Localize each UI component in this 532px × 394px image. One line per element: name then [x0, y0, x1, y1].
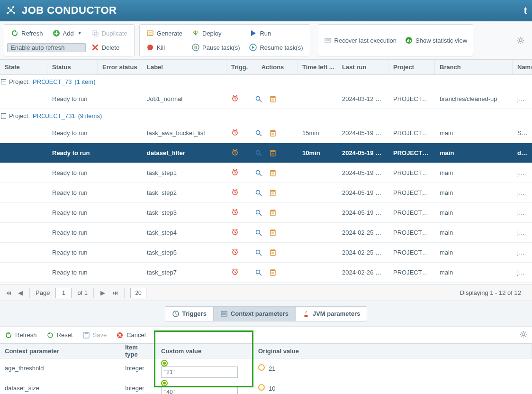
- ctx-settings-button[interactable]: [520, 330, 527, 339]
- toolbar-group-3: Recover last execution Show statistic vi…: [318, 24, 474, 56]
- deploy-button[interactable]: Deploy: [188, 28, 243, 38]
- cell-branch: branches/cleaned-up: [435, 95, 513, 102]
- custom-value-input[interactable]: [161, 367, 238, 378]
- table-row[interactable]: Ready to run task_step4 2024-02-25 15:..…: [0, 223, 532, 243]
- log-icon[interactable]: [269, 229, 277, 237]
- cell-project: PROJECT_731: [388, 149, 435, 156]
- tab-triggers[interactable]: Triggers: [165, 307, 214, 321]
- log-icon[interactable]: [269, 169, 277, 177]
- log-icon[interactable]: [269, 95, 277, 103]
- collapse-icon[interactable]: −: [1, 79, 6, 84]
- view-icon[interactable]: [255, 209, 262, 217]
- duplicate-button[interactable]: Duplicate: [88, 28, 131, 38]
- col-project[interactable]: Project: [388, 60, 435, 74]
- view-icon[interactable]: [255, 249, 262, 257]
- toolbar-settings-button[interactable]: [517, 24, 528, 56]
- view-icon[interactable]: [255, 269, 262, 276]
- table-row[interactable]: Ready to run task_step3 2024-05-19 20:..…: [0, 203, 532, 223]
- table-row[interactable]: Ready to run task_step7 2024-02-26 00:..…: [0, 263, 532, 283]
- cell-timeleft: 15min: [298, 129, 337, 137]
- java-icon: [302, 310, 310, 318]
- refresh-button[interactable]: Refresh: [7, 28, 47, 38]
- table-row[interactable]: Ready to run dataset_filter 10min 2024-0…: [0, 143, 532, 163]
- log-icon[interactable]: [269, 189, 277, 197]
- view-icon[interactable]: [255, 229, 262, 237]
- custom-value-input[interactable]: [161, 386, 238, 394]
- resume-button[interactable]: Resume task(s): [245, 43, 307, 52]
- view-icon[interactable]: [255, 149, 262, 157]
- cell-actions: [248, 189, 298, 197]
- log-icon[interactable]: [269, 129, 277, 137]
- col-branch[interactable]: Branch: [435, 60, 513, 74]
- custom-radio[interactable]: [161, 360, 168, 367]
- ctx-refresh-button[interactable]: Refresh: [5, 331, 37, 339]
- delete-button[interactable]: Delete: [88, 43, 131, 52]
- view-icon[interactable]: [255, 189, 262, 197]
- col-error[interactable]: Error status: [98, 60, 142, 74]
- svg-point-21: [256, 96, 260, 100]
- col-label[interactable]: Label: [142, 60, 226, 74]
- app-logo-icon: [5, 4, 17, 17]
- group-row[interactable]: − Project: PROJECT_731 (9 items): [0, 109, 532, 123]
- col-triggers[interactable]: Trigg...: [226, 60, 248, 74]
- auto-refresh-toggle[interactable]: Enable auto refresh: [7, 43, 86, 52]
- col-name[interactable]: Name: [513, 60, 532, 74]
- group-row[interactable]: − Project: PROJECT_73 (1 item): [0, 75, 532, 89]
- col-original-value[interactable]: Original value: [253, 344, 532, 358]
- original-radio[interactable]: [258, 384, 265, 391]
- page-last-button[interactable]: ⏭: [112, 289, 118, 296]
- cell-trigger: [226, 188, 248, 197]
- ctx-reset-button[interactable]: Reset: [46, 331, 73, 339]
- table-row[interactable]: Ready to run task_step1 2024-05-19 20:..…: [0, 163, 532, 183]
- log-icon[interactable]: [269, 209, 277, 217]
- page-size-input[interactable]: [130, 288, 146, 298]
- group-link[interactable]: PROJECT_731: [33, 112, 75, 119]
- context-column-header: Context parameter Item type Custom value…: [0, 343, 532, 358]
- ctx-cancel-button[interactable]: Cancel: [116, 331, 145, 339]
- col-state[interactable]: State: [0, 60, 47, 74]
- custom-radio[interactable]: [161, 380, 168, 386]
- kill-button[interactable]: Kill: [143, 43, 186, 52]
- run-button[interactable]: Run: [245, 28, 307, 38]
- generate-button[interactable]: Generate: [143, 28, 186, 38]
- log-icon[interactable]: [269, 269, 277, 276]
- table-row[interactable]: Ready to run Job1_normal 2024-03-12 16:.…: [0, 89, 532, 109]
- ctx-save-button[interactable]: Save: [82, 331, 107, 339]
- cell-name: job_s: [513, 249, 532, 256]
- cell-lastrun: 2024-05-19 20:...: [337, 169, 388, 176]
- auto-refresh-label: Enable auto refresh: [11, 44, 64, 51]
- page-first-button[interactable]: ⏮: [5, 289, 11, 296]
- context-row[interactable]: dataset_size Integer 10: [0, 378, 532, 394]
- add-button[interactable]: Add ▼: [49, 28, 86, 38]
- view-icon[interactable]: [255, 129, 262, 137]
- cell-param-type: Integer: [120, 385, 156, 392]
- col-custom-value[interactable]: Custom value: [156, 344, 253, 358]
- statistic-button[interactable]: Show statistic view: [405, 37, 467, 44]
- table-row[interactable]: Ready to run task_aws_bucket_list 15min …: [0, 123, 532, 143]
- log-icon[interactable]: [269, 249, 277, 257]
- page-input[interactable]: [55, 288, 72, 298]
- col-context-parameter[interactable]: Context parameter: [0, 344, 120, 358]
- group-link[interactable]: PROJECT_73: [33, 78, 72, 85]
- tab-jvm[interactable]: JVM parameters: [296, 307, 367, 321]
- pause-button[interactable]: Pause task(s): [188, 43, 243, 52]
- page-prev-button[interactable]: ◀: [17, 289, 24, 296]
- table-row[interactable]: Ready to run task_step2 2024-05-19 20:..…: [0, 183, 532, 203]
- table-row[interactable]: Ready to run task_step5 2024-02-25 23:..…: [0, 243, 532, 263]
- view-icon[interactable]: [255, 169, 262, 177]
- tab-context[interactable]: Context parameters: [214, 307, 296, 321]
- view-icon[interactable]: [255, 95, 262, 103]
- col-lastrun[interactable]: Last run: [337, 60, 388, 74]
- recover-button[interactable]: Recover last execution: [324, 37, 397, 44]
- page-next-button[interactable]: ▶: [99, 289, 106, 296]
- original-radio[interactable]: [258, 364, 265, 371]
- col-status[interactable]: Status: [47, 60, 98, 74]
- svg-rect-17: [408, 39, 409, 42]
- col-timeleft[interactable]: Time left ...: [298, 60, 337, 74]
- col-item-type[interactable]: Item type: [120, 344, 156, 358]
- collapse-icon[interactable]: −: [1, 113, 6, 119]
- context-row[interactable]: age_threshold Integer 21: [0, 358, 532, 378]
- col-actions[interactable]: Actions: [248, 60, 298, 74]
- cell-actions: [248, 249, 298, 257]
- log-icon[interactable]: [269, 149, 277, 157]
